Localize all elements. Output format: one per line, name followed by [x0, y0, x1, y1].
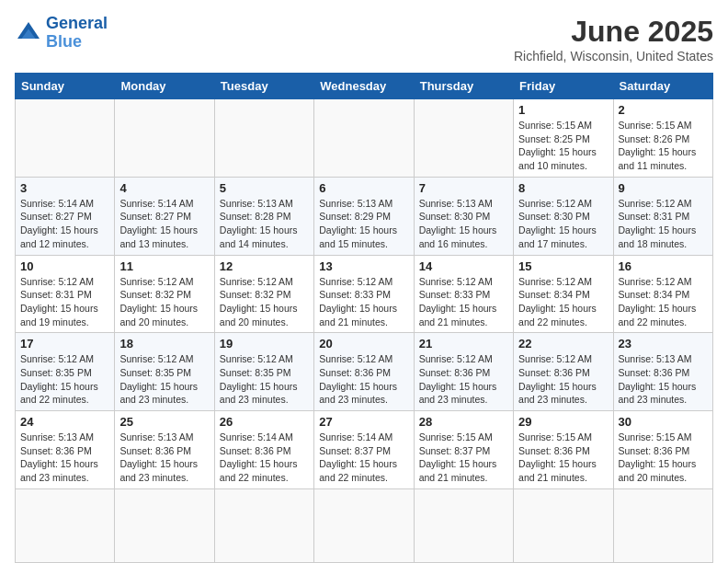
table-row: [414, 488, 513, 562]
page-header: General Blue June 2025 Richfield, Wiscon…: [15, 15, 713, 63]
table-row: [214, 488, 313, 562]
table-row: 25 Sunrise: 5:13 AMSunset: 8:36 PMDaylig…: [115, 411, 214, 489]
week-row-4: 17 Sunrise: 5:12 AMSunset: 8:35 PMDaylig…: [16, 333, 713, 411]
table-row: 6 Sunrise: 5:13 AMSunset: 8:29 PMDayligh…: [314, 177, 414, 255]
col-monday: Monday: [115, 74, 214, 99]
logo-blue: Blue: [46, 33, 108, 52]
col-friday: Friday: [514, 74, 613, 99]
table-row: 30 Sunrise: 5:15 AMSunset: 8:36 PMDaylig…: [613, 411, 712, 489]
table-row: [414, 99, 513, 178]
table-row: 24 Sunrise: 5:13 AMSunset: 8:36 PMDaylig…: [16, 411, 115, 489]
calendar-table: Sunday Monday Tuesday Wednesday Thursday…: [15, 73, 713, 563]
week-row-6: [16, 488, 713, 562]
table-row: 26 Sunrise: 5:14 AMSunset: 8:36 PMDaylig…: [214, 411, 313, 489]
table-row: 28 Sunrise: 5:15 AMSunset: 8:37 PMDaylig…: [414, 411, 513, 489]
week-row-3: 10 Sunrise: 5:12 AMSunset: 8:31 PMDaylig…: [16, 255, 713, 333]
table-row: 19 Sunrise: 5:12 AMSunset: 8:35 PMDaylig…: [214, 333, 313, 411]
table-row: 8 Sunrise: 5:12 AMSunset: 8:30 PMDayligh…: [514, 177, 613, 255]
table-row: 11 Sunrise: 5:12 AMSunset: 8:32 PMDaylig…: [115, 255, 214, 333]
week-row-5: 24 Sunrise: 5:13 AMSunset: 8:36 PMDaylig…: [16, 411, 713, 489]
table-row: 1 Sunrise: 5:15 AMSunset: 8:25 PMDayligh…: [514, 99, 613, 178]
table-row: 23 Sunrise: 5:13 AMSunset: 8:36 PMDaylig…: [613, 333, 712, 411]
table-row: 4 Sunrise: 5:14 AMSunset: 8:27 PMDayligh…: [115, 177, 214, 255]
table-row: 22 Sunrise: 5:12 AMSunset: 8:36 PMDaylig…: [514, 333, 613, 411]
col-wednesday: Wednesday: [314, 74, 414, 99]
table-row: [613, 488, 712, 562]
table-row: 2 Sunrise: 5:15 AMSunset: 8:26 PMDayligh…: [613, 99, 712, 178]
logo: General Blue: [15, 15, 108, 52]
table-row: [16, 488, 115, 562]
table-row: [115, 99, 214, 178]
logo-general: General: [46, 14, 108, 32]
col-saturday: Saturday: [613, 74, 712, 99]
table-row: 27 Sunrise: 5:14 AMSunset: 8:37 PMDaylig…: [314, 411, 414, 489]
table-row: 17 Sunrise: 5:12 AMSunset: 8:35 PMDaylig…: [16, 333, 115, 411]
week-row-2: 3 Sunrise: 5:14 AMSunset: 8:27 PMDayligh…: [16, 177, 713, 255]
table-row: 20 Sunrise: 5:12 AMSunset: 8:36 PMDaylig…: [314, 333, 414, 411]
col-thursday: Thursday: [414, 74, 513, 99]
table-row: 18 Sunrise: 5:12 AMSunset: 8:35 PMDaylig…: [115, 333, 214, 411]
table-row: 21 Sunrise: 5:12 AMSunset: 8:36 PMDaylig…: [414, 333, 513, 411]
logo-icon: [15, 19, 42, 47]
table-row: 13 Sunrise: 5:12 AMSunset: 8:33 PMDaylig…: [314, 255, 414, 333]
col-tuesday: Tuesday: [214, 74, 313, 99]
table-row: 16 Sunrise: 5:12 AMSunset: 8:34 PMDaylig…: [613, 255, 712, 333]
table-row: 9 Sunrise: 5:12 AMSunset: 8:31 PMDayligh…: [613, 177, 712, 255]
month-title: June 2025: [514, 15, 713, 49]
week-row-1: 1 Sunrise: 5:15 AMSunset: 8:25 PMDayligh…: [16, 99, 713, 178]
table-row: [214, 99, 313, 178]
table-row: 5 Sunrise: 5:13 AMSunset: 8:28 PMDayligh…: [214, 177, 313, 255]
table-row: [314, 99, 414, 178]
title-block: June 2025 Richfield, Wisconsin, United S…: [514, 15, 713, 63]
location-text: Richfield, Wisconsin, United States: [514, 49, 713, 63]
table-row: [16, 99, 115, 178]
table-row: 12 Sunrise: 5:12 AMSunset: 8:32 PMDaylig…: [214, 255, 313, 333]
table-row: [314, 488, 414, 562]
table-row: 15 Sunrise: 5:12 AMSunset: 8:34 PMDaylig…: [514, 255, 613, 333]
table-row: 7 Sunrise: 5:13 AMSunset: 8:30 PMDayligh…: [414, 177, 513, 255]
table-row: 10 Sunrise: 5:12 AMSunset: 8:31 PMDaylig…: [16, 255, 115, 333]
col-sunday: Sunday: [16, 74, 115, 99]
table-row: 3 Sunrise: 5:14 AMSunset: 8:27 PMDayligh…: [16, 177, 115, 255]
table-row: 14 Sunrise: 5:12 AMSunset: 8:33 PMDaylig…: [414, 255, 513, 333]
table-row: 29 Sunrise: 5:15 AMSunset: 8:36 PMDaylig…: [514, 411, 613, 489]
table-row: [115, 488, 214, 562]
table-row: [514, 488, 613, 562]
